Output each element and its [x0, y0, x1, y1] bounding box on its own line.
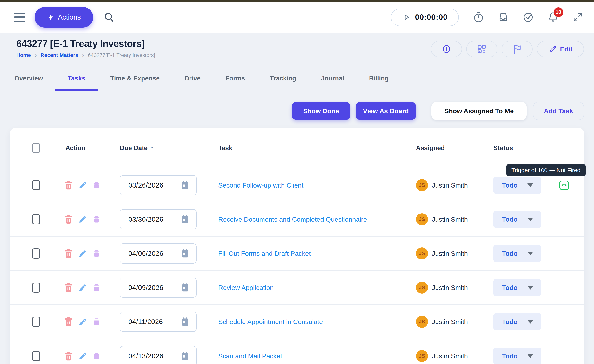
- due-date-input[interactable]: 03/30/2026: [120, 209, 196, 229]
- qr-code-button[interactable]: [466, 41, 497, 57]
- row-action-icons: [64, 215, 107, 224]
- calendar-icon[interactable]: [181, 317, 189, 326]
- tab-drive[interactable]: Drive: [172, 66, 213, 91]
- search-icon[interactable]: [103, 12, 115, 23]
- matter-stack-icon[interactable]: [92, 283, 101, 292]
- row-checkbox[interactable]: [32, 351, 40, 361]
- matter-stack-icon[interactable]: [92, 215, 101, 224]
- column-header-task: Task: [218, 144, 416, 152]
- edit-button[interactable]: Edit: [537, 41, 584, 57]
- row-checkbox[interactable]: [32, 317, 40, 327]
- delete-trash-icon[interactable]: [64, 317, 73, 326]
- calendar-icon[interactable]: [181, 249, 189, 258]
- actions-button[interactable]: Actions: [34, 7, 93, 27]
- tasks-toolbar: Show Done View As Board Show Assigned To…: [0, 91, 594, 128]
- matter-stack-icon[interactable]: [92, 352, 101, 360]
- delete-trash-icon[interactable]: [64, 215, 73, 224]
- matter-stack-icon[interactable]: [92, 318, 101, 326]
- add-task-button[interactable]: Add Task: [533, 102, 584, 120]
- status-dropdown[interactable]: Todo: [493, 177, 541, 194]
- task-link[interactable]: Scan and Mail Packet: [218, 352, 416, 360]
- status-dropdown[interactable]: Todo: [493, 211, 541, 228]
- tab-journal[interactable]: Journal: [309, 66, 357, 91]
- row-action-icons: [64, 283, 107, 292]
- column-header-due-date[interactable]: Due Date ↑: [120, 144, 197, 152]
- delete-trash-icon[interactable]: [64, 283, 73, 292]
- hamburger-menu-icon[interactable]: [14, 13, 26, 22]
- flag-button[interactable]: [502, 41, 533, 57]
- inbox-icon[interactable]: [498, 12, 509, 22]
- avatar: JS: [416, 213, 428, 225]
- edit-pencil-icon[interactable]: [78, 352, 87, 360]
- row-checkbox[interactable]: [32, 248, 40, 259]
- status-dropdown[interactable]: Todo: [493, 245, 541, 262]
- select-all-checkbox[interactable]: [32, 143, 40, 153]
- due-date-value: 03/26/2026: [128, 181, 163, 189]
- matter-stack-icon[interactable]: [92, 249, 101, 258]
- edit-pencil-icon[interactable]: [78, 318, 87, 326]
- show-assigned-to-me-button[interactable]: Show Assigned To Me: [432, 102, 526, 120]
- due-date-value: 04/11/2026: [128, 318, 163, 326]
- status-dropdown[interactable]: Todo: [493, 348, 541, 364]
- breadcrumb-recent-matters-link[interactable]: Recent Matters: [40, 52, 78, 58]
- calendar-icon[interactable]: [181, 181, 189, 190]
- row-action-icons: [64, 317, 107, 326]
- row-checkbox[interactable]: [32, 283, 40, 293]
- assignee-cell: JS Justin Smith: [416, 350, 493, 362]
- sort-ascending-icon[interactable]: ↑: [150, 144, 154, 152]
- tab-time-expense[interactable]: Time & Expense: [98, 66, 172, 91]
- table-row: 04/06/2026 Fill Out Forms and Draft Pack…: [10, 237, 584, 271]
- tab-billing[interactable]: Billing: [357, 66, 401, 91]
- edit-pencil-icon: [548, 45, 557, 53]
- row-checkbox[interactable]: [32, 214, 40, 224]
- status-dropdown[interactable]: Todo: [493, 313, 541, 330]
- edit-pencil-icon[interactable]: [78, 215, 87, 224]
- breadcrumb-home-link[interactable]: Home: [16, 52, 31, 58]
- delete-trash-icon[interactable]: [64, 181, 73, 190]
- due-date-input[interactable]: 04/13/2026: [120, 346, 196, 364]
- table-row: 03/26/2026 Second Follow-up with Client …: [10, 168, 584, 202]
- delete-trash-icon[interactable]: [64, 249, 73, 258]
- task-link[interactable]: Fill Out Forms and Draft Packet: [218, 250, 416, 257]
- edit-pencil-icon[interactable]: [78, 181, 87, 189]
- breadcrumb-separator: ›: [35, 52, 37, 58]
- timer-widget[interactable]: 00:00:00: [391, 8, 459, 26]
- tab-tracking[interactable]: Tracking: [257, 66, 309, 91]
- table-row: 04/09/2026 Review Application JS Justin …: [10, 271, 584, 305]
- chevron-down-icon: [527, 252, 533, 255]
- task-link[interactable]: Review Application: [218, 284, 416, 292]
- row-checkbox[interactable]: [32, 180, 40, 190]
- status-dropdown[interactable]: Todo: [493, 279, 541, 296]
- view-as-board-button[interactable]: View As Board: [356, 102, 416, 120]
- trigger-code-icon[interactable]: <>: [560, 181, 569, 190]
- info-button[interactable]: [431, 41, 462, 57]
- calendar-icon[interactable]: [181, 215, 189, 224]
- matter-stack-icon[interactable]: [92, 181, 101, 189]
- edit-pencil-icon[interactable]: [78, 249, 87, 258]
- lightning-icon: [47, 13, 55, 21]
- due-date-input[interactable]: 04/11/2026: [120, 312, 196, 332]
- due-date-input[interactable]: 04/06/2026: [120, 243, 196, 264]
- due-date-input[interactable]: 04/09/2026: [120, 278, 196, 298]
- show-done-button[interactable]: Show Done: [292, 102, 351, 120]
- notifications-bell-icon[interactable]: 10: [548, 12, 558, 23]
- calendar-icon[interactable]: [181, 351, 189, 361]
- assignee-name: Justin Smith: [432, 284, 468, 292]
- play-icon[interactable]: [402, 13, 411, 21]
- task-link[interactable]: Receive Documents and Completed Question…: [218, 216, 416, 223]
- avatar: JS: [416, 179, 428, 191]
- stopwatch-icon[interactable]: [473, 12, 484, 23]
- tab-overview[interactable]: Overview: [2, 66, 55, 91]
- due-date-input[interactable]: 03/26/2026: [120, 175, 196, 195]
- breadcrumb-separator: ›: [82, 52, 84, 58]
- fullscreen-expand-icon[interactable]: [573, 12, 583, 22]
- tasks-check-icon[interactable]: [523, 12, 533, 22]
- tab-forms[interactable]: Forms: [213, 66, 257, 91]
- calendar-icon[interactable]: [181, 283, 189, 292]
- tab-tasks[interactable]: Tasks: [55, 66, 98, 91]
- edit-pencil-icon[interactable]: [78, 283, 87, 292]
- task-link[interactable]: Schedule Appointment in Consulate: [218, 318, 416, 326]
- task-link[interactable]: Second Follow-up with Client: [218, 182, 416, 189]
- delete-trash-icon[interactable]: [64, 351, 73, 361]
- chevron-down-icon: [527, 320, 533, 324]
